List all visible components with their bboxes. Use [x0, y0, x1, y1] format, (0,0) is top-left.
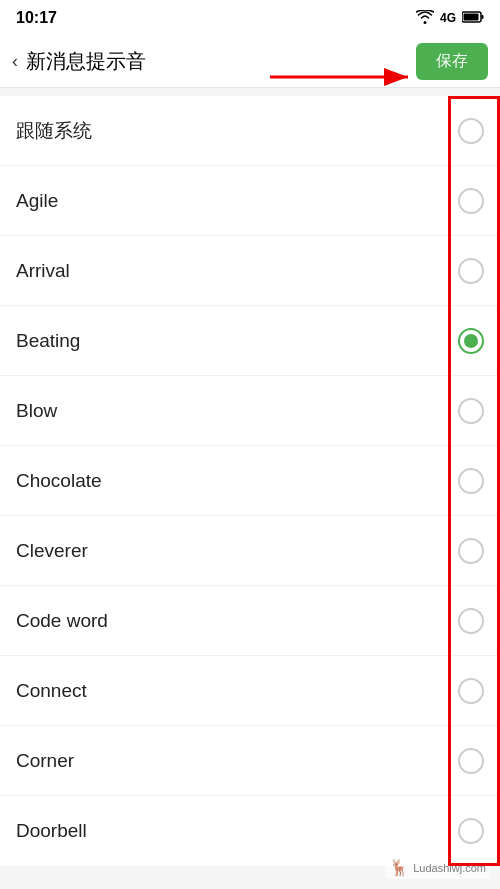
- list-item[interactable]: Chocolate: [0, 446, 500, 516]
- radio-button-agile[interactable]: [458, 188, 484, 214]
- radio-button-follow-system[interactable]: [458, 118, 484, 144]
- svg-rect-1: [482, 15, 484, 19]
- radio-button-corner[interactable]: [458, 748, 484, 774]
- battery-icon: [462, 11, 484, 26]
- list-item[interactable]: Blow: [0, 376, 500, 446]
- radio-button-chocolate[interactable]: [458, 468, 484, 494]
- save-button[interactable]: 保存: [416, 43, 488, 80]
- back-arrow-icon: ‹: [12, 51, 18, 72]
- item-label-arrival: Arrival: [16, 260, 70, 282]
- radio-button-connect[interactable]: [458, 678, 484, 704]
- item-label-code-word: Code word: [16, 610, 108, 632]
- toolbar: ‹ 新消息提示音 保存: [0, 36, 500, 88]
- item-label-chocolate: Chocolate: [16, 470, 102, 492]
- radio-button-doorbell[interactable]: [458, 818, 484, 844]
- list-item[interactable]: Cleverer: [0, 516, 500, 586]
- list-item[interactable]: Connect: [0, 656, 500, 726]
- item-label-doorbell: Doorbell: [16, 820, 87, 842]
- item-label-agile: Agile: [16, 190, 58, 212]
- list-item[interactable]: Arrival: [0, 236, 500, 306]
- svg-rect-2: [464, 13, 479, 20]
- radio-button-cleverer[interactable]: [458, 538, 484, 564]
- radio-button-beating[interactable]: [458, 328, 484, 354]
- item-label-cleverer: Cleverer: [16, 540, 88, 562]
- item-label-connect: Connect: [16, 680, 87, 702]
- item-label-blow: Blow: [16, 400, 57, 422]
- list-item[interactable]: 跟随系统: [0, 96, 500, 166]
- watermark: 🦌 Ludashiwj.com: [385, 856, 490, 879]
- 4g-icon: 4G: [440, 11, 456, 25]
- radio-button-blow[interactable]: [458, 398, 484, 424]
- watermark-text: Ludashiwj.com: [413, 862, 486, 874]
- wifi-icon: [416, 10, 434, 27]
- radio-inner-beating: [464, 334, 478, 348]
- list-item[interactable]: Beating: [0, 306, 500, 376]
- page-title: 新消息提示音: [26, 48, 416, 75]
- item-label-beating: Beating: [16, 330, 80, 352]
- watermark-deer-icon: 🦌: [389, 858, 409, 877]
- status-icons: 4G: [416, 10, 484, 27]
- item-label-follow-system: 跟随系统: [16, 118, 92, 144]
- list-container: 跟随系统AgileArrivalBeatingBlowChocolateClev…: [0, 96, 500, 866]
- radio-button-code-word[interactable]: [458, 608, 484, 634]
- back-button[interactable]: ‹: [12, 51, 18, 72]
- list-item[interactable]: Agile: [0, 166, 500, 236]
- status-time: 10:17: [16, 9, 57, 27]
- status-bar: 10:17 4G: [0, 0, 500, 36]
- item-label-corner: Corner: [16, 750, 74, 772]
- list-item[interactable]: Code word: [0, 586, 500, 656]
- list-item[interactable]: Corner: [0, 726, 500, 796]
- radio-button-arrival[interactable]: [458, 258, 484, 284]
